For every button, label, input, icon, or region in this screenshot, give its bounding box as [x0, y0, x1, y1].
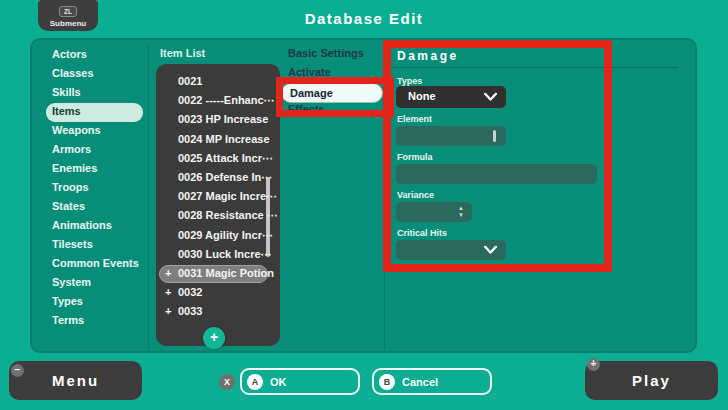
x-button-icon[interactable]: X [219, 374, 235, 390]
list-item[interactable]: 0027 Magic Incre⋯ [156, 188, 280, 207]
sidebar-item-armors[interactable]: Armors [46, 141, 143, 160]
variance-stepper[interactable]: ▲▼ [396, 202, 472, 222]
variance-label: Variance [397, 190, 434, 200]
critical-hits-label: Critical Hits [397, 228, 447, 238]
sidebar-item-classes[interactable]: Classes [46, 65, 143, 84]
sidebar-item-troops[interactable]: Troops [46, 179, 143, 198]
play-label: Play [632, 372, 671, 389]
divider-settings [384, 44, 385, 350]
critical-hits-dropdown[interactable] [396, 240, 506, 260]
element-label: Element [397, 114, 432, 124]
list-item-selected[interactable]: +0031 Magic Potion [156, 265, 280, 284]
divider-sidebar [148, 44, 149, 350]
types-dropdown[interactable]: None [396, 86, 506, 108]
settings-item-effects[interactable]: Effects [288, 103, 325, 115]
settings-item-damage[interactable]: Damage [281, 83, 383, 103]
item-list-header: Item List [160, 47, 205, 59]
text-cursor [493, 130, 496, 142]
a-button-icon: A [247, 374, 263, 390]
cancel-label: Cancel [402, 376, 438, 388]
formula-label: Formula [397, 152, 433, 162]
sidebar-item-states[interactable]: States [46, 198, 143, 217]
sidebar-item-enemies[interactable]: Enemies [46, 160, 143, 179]
damage-header-separator [391, 67, 678, 68]
sidebar-item-system[interactable]: System [46, 274, 143, 293]
sidebar-item-common-events[interactable]: Common Events [46, 255, 143, 274]
spinner-arrows-icon[interactable]: ▲▼ [458, 205, 464, 219]
plus-button-icon: + [587, 358, 600, 371]
plus-icon: + [165, 286, 171, 298]
sidebar-item-tilesets[interactable]: Tilesets [46, 236, 143, 255]
sidebar-item-items[interactable]: Items [46, 103, 143, 122]
formula-input[interactable] [396, 164, 597, 184]
b-button-icon: B [379, 374, 395, 390]
play-button[interactable]: + Play [585, 361, 718, 400]
element-input[interactable] [396, 126, 506, 146]
category-sidebar: Actors Classes Skills Items Weapons Armo… [46, 46, 143, 331]
list-item[interactable]: 0026 Defense In⋯ [156, 169, 280, 188]
sidebar-item-terms[interactable]: Terms [46, 312, 143, 331]
list-item[interactable]: +0033 [156, 303, 280, 322]
list-item[interactable]: 0028 Resistance ⋯ [156, 207, 280, 226]
database-edit-screen: ZL Submenu Database Edit Actors Classes … [0, 0, 728, 410]
basic-settings-header: Basic Settings [288, 47, 364, 59]
ok-button[interactable]: A OK [240, 368, 360, 395]
damage-panel-header: Damage [397, 49, 459, 63]
sidebar-item-weapons[interactable]: Weapons [46, 122, 143, 141]
plus-icon: + [165, 267, 171, 279]
list-item[interactable]: 0022 -----Enhanc⋯ [156, 92, 280, 111]
page-title: Database Edit [0, 10, 728, 27]
list-item[interactable]: 0021 [156, 73, 280, 92]
cancel-button[interactable]: B Cancel [372, 368, 492, 395]
list-item[interactable]: 0029 Agility Incr⋯ [156, 227, 280, 246]
item-list: 0021 0022 -----Enhanc⋯ 0023 HP Increase … [156, 73, 280, 322]
list-item[interactable]: 0030 Luck Incre⋯ [156, 246, 280, 265]
chevron-down-icon [484, 93, 497, 102]
add-item-button[interactable]: + [203, 327, 225, 349]
list-item[interactable]: 0023 HP Increase [156, 111, 280, 130]
sidebar-item-types[interactable]: Types [46, 293, 143, 312]
types-label: Types [397, 76, 422, 86]
sidebar-item-animations[interactable]: Animations [46, 217, 143, 236]
menu-button[interactable]: − Menu [9, 361, 142, 400]
list-item[interactable]: 0025 Attack Incr⋯ [156, 150, 280, 169]
minus-button-icon: − [11, 364, 24, 377]
menu-label: Menu [52, 372, 99, 389]
settings-item-activate[interactable]: Activate [288, 66, 331, 78]
chevron-down-icon [484, 246, 497, 255]
ok-label: OK [270, 376, 287, 388]
sidebar-item-skills[interactable]: Skills [46, 84, 143, 103]
types-value: None [408, 90, 436, 102]
sidebar-item-actors[interactable]: Actors [46, 46, 143, 65]
plus-icon: + [165, 305, 171, 317]
list-item[interactable]: 0024 MP Increase [156, 131, 280, 150]
list-item[interactable]: +0032 [156, 284, 280, 303]
